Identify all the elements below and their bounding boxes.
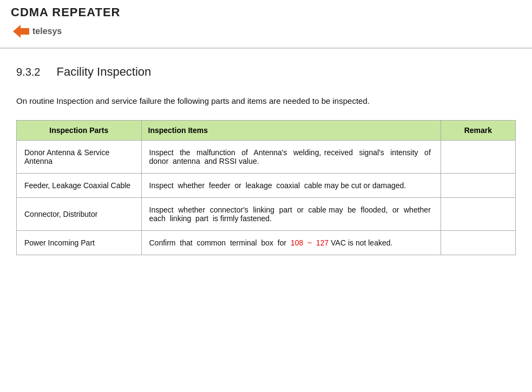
page-header: CDMA REPEATER telesys (0, 0, 532, 49)
row2-remark (441, 173, 515, 197)
page-title: CDMA REPEATER (11, 5, 521, 19)
row4-text-before: Confirm that common terminal box for (149, 238, 291, 247)
row3-remark (441, 197, 515, 230)
sk-logo-icon (11, 23, 31, 40)
row4-parts: Power Incoming Part (17, 230, 142, 255)
row4-text-after: VAC is not leaked. (329, 238, 392, 247)
logo-telesys-text: telesys (32, 26, 62, 36)
section-heading: 9.3.2 Facility Inspection (16, 65, 516, 79)
section-number: 9.3.2 (16, 66, 40, 78)
row3-parts: Connector, Distributor (17, 197, 142, 230)
table-header-row: Inspection Parts Inspection Items Remark (17, 120, 516, 140)
sk-logo: telesys (11, 23, 62, 40)
header-parts: Inspection Parts (17, 120, 142, 140)
logo-container: telesys (11, 23, 521, 40)
intro-paragraph: On routine Inspection and service failur… (16, 94, 516, 108)
row2-items: Inspect whether feeder or leakage coaxia… (141, 173, 441, 197)
svg-marker-0 (13, 25, 29, 38)
header-items: Inspection Items (141, 120, 441, 140)
table-row: Power Incoming Part Confirm that common … (17, 230, 516, 255)
row4-text-highlight: 108 ~ 127 (291, 238, 329, 247)
table-row: Donor Antenna & Service Antenna Inspect … (17, 140, 516, 173)
row1-remark (441, 140, 515, 173)
row1-items: Inspect the malfunction of Antenna's wel… (141, 140, 441, 173)
main-content: 9.3.2 Facility Inspection On routine Ins… (0, 49, 532, 266)
row4-remark (441, 230, 515, 255)
section-title: Facility Inspection (56, 65, 151, 79)
table-row: Feeder, Leakage Coaxial Cable Inspect wh… (17, 173, 516, 197)
row4-items: Confirm that common terminal box for 108… (141, 230, 441, 255)
table-row: Connector, Distributor Inspect whether c… (17, 197, 516, 230)
row2-parts: Feeder, Leakage Coaxial Cable (17, 173, 142, 197)
row1-parts: Donor Antenna & Service Antenna (17, 140, 142, 173)
header-remark: Remark (441, 120, 515, 140)
row3-items: Inspect whether connector's linking part… (141, 197, 441, 230)
inspection-table: Inspection Parts Inspection Items Remark… (16, 120, 516, 255)
